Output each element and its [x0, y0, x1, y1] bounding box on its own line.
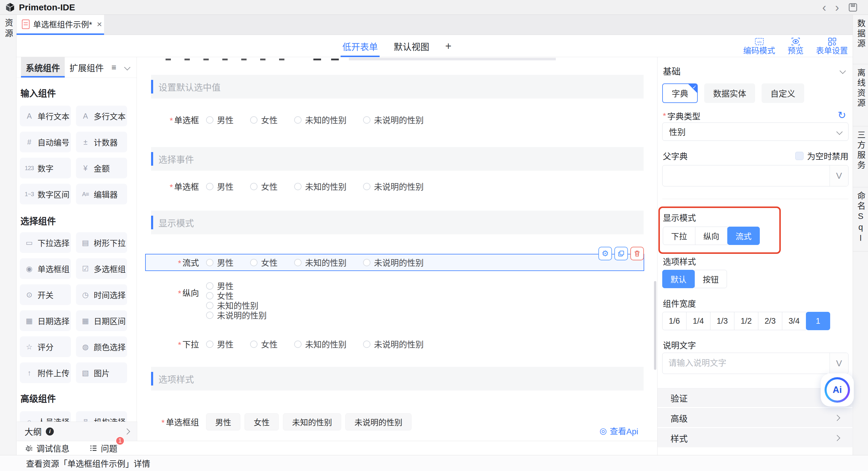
strip-data-source[interactable]: 数据源	[853, 15, 868, 64]
radio-icon[interactable]	[250, 341, 257, 348]
close-tab-icon[interactable]: ×	[97, 19, 102, 29]
section-style[interactable]: 样式	[657, 429, 852, 447]
parent-dict-suffix-button[interactable]: V	[830, 166, 848, 186]
row-copy-button[interactable]	[614, 247, 628, 260]
row-settings-button[interactable]: ⚙	[598, 247, 612, 260]
nav-back-icon[interactable]: ‹	[822, 1, 826, 13]
radio-option[interactable]: 女性	[250, 114, 278, 126]
width-1-6[interactable]: 1/6	[662, 312, 686, 330]
display-mode-flow[interactable]: 流式	[727, 227, 760, 245]
option-style-default[interactable]: 默认	[662, 270, 695, 288]
tab-data-entity[interactable]: 数据实体	[704, 83, 755, 103]
row-default-radio[interactable]: *单选框 男性 女性 未知的性别 未说明的性别	[137, 113, 424, 126]
collapse-sidebar-icon[interactable]	[125, 57, 132, 78]
component-image[interactable]: ▧图片	[76, 362, 127, 383]
component-rate[interactable]: ☆评分	[20, 336, 71, 357]
option-button[interactable]: 女性	[245, 413, 279, 431]
add-view-button[interactable]: +	[445, 35, 452, 57]
row-delete-button[interactable]	[630, 247, 644, 260]
radio-option[interactable]: 男性	[206, 338, 234, 350]
section-advanced[interactable]: 高级	[657, 408, 852, 427]
tab-dictionary[interactable]: 字典 ✓	[662, 83, 698, 103]
radio-icon[interactable]	[206, 282, 213, 290]
option-button[interactable]: 未说明的性别	[345, 413, 411, 431]
component-editor[interactable]: A≡编辑器	[76, 184, 127, 204]
radio-option[interactable]: 未说明的性别	[363, 114, 424, 126]
width-1-2[interactable]: 1/2	[734, 312, 758, 330]
outline-expand-icon[interactable]	[124, 428, 130, 434]
component-switch[interactable]: ⊙开关	[20, 284, 71, 305]
row-vertical-radio[interactable]: *纵向 男性 女性 未知的性别 未说明的性别	[137, 282, 267, 319]
row-event-radio[interactable]: *单选框 男性 女性 未知的性别 未说明的性别	[137, 180, 424, 193]
tab-default-view[interactable]: 默认视图	[394, 35, 429, 57]
component-select[interactable]: ▭下拉选择	[20, 232, 71, 253]
component-tree-select[interactable]: ▤树形下拉	[76, 232, 127, 253]
checkbox-icon[interactable]	[795, 152, 804, 160]
radio-icon[interactable]	[294, 341, 302, 348]
strip-named-sql[interactable]: 命名Sql	[853, 187, 868, 252]
refresh-icon[interactable]	[838, 110, 846, 120]
radio-icon[interactable]	[206, 292, 213, 299]
radio-option[interactable]: 未说明的性别	[363, 257, 424, 268]
component-single-text[interactable]: A单行文本	[20, 106, 71, 126]
component-currency[interactable]: ¥金额	[76, 158, 127, 178]
radio-option[interactable]: 未说明的性别	[363, 338, 424, 350]
problems-button[interactable]: 问题 1	[89, 442, 117, 454]
component-person-select[interactable]: ○人员选择	[20, 411, 71, 421]
component-checkbox-group[interactable]: ☑多选框组	[76, 258, 127, 279]
radio-option[interactable]: 女性	[250, 180, 278, 192]
radio-option[interactable]: 未知的性别	[206, 301, 267, 309]
radio-icon[interactable]	[206, 259, 213, 266]
width-3-4[interactable]: 3/4	[782, 312, 806, 330]
row-flow-radio[interactable]: *流式 男性 女性 未知的性别 未说明的性别	[137, 256, 424, 269]
help-text-field[interactable]	[662, 353, 830, 374]
radio-icon[interactable]	[294, 183, 302, 190]
radio-option[interactable]: 未说明的性别	[363, 180, 424, 192]
radio-icon[interactable]	[363, 116, 370, 124]
display-mode-dropdown[interactable]: 下拉	[663, 227, 695, 245]
collapse-base-icon[interactable]	[840, 67, 846, 74]
radio-icon[interactable]	[250, 183, 257, 190]
component-number-range[interactable]: 1~3数字区间	[20, 184, 71, 204]
width-full[interactable]: 1	[806, 312, 830, 330]
radio-option[interactable]: 未知的性别	[294, 114, 346, 126]
component-color-picker[interactable]: ◍颜色选择	[76, 336, 127, 357]
component-upload[interactable]: ↑附件上传	[20, 362, 71, 383]
option-button[interactable]: 未知的性别	[283, 413, 341, 431]
option-button[interactable]: 男性	[206, 413, 240, 431]
code-mode-button[interactable]: </> 编码模式	[743, 37, 775, 56]
document-tab[interactable]: 单选框组件示例* ×	[17, 15, 104, 33]
radio-option[interactable]: 未知的性别	[294, 338, 346, 350]
radio-option[interactable]: 女性	[250, 338, 278, 350]
component-date-picker[interactable]: ▦日期选择	[20, 311, 71, 331]
canvas-scrollbar[interactable]	[654, 281, 656, 370]
radio-option[interactable]: 女性	[250, 257, 278, 268]
component-counter[interactable]: ±计数器	[76, 131, 127, 152]
radio-option[interactable]: 未知的性别	[294, 257, 346, 268]
display-mode-vertical[interactable]: 纵向	[695, 227, 727, 245]
radio-icon[interactable]	[206, 341, 213, 348]
tab-custom[interactable]: 自定义	[762, 83, 804, 103]
component-auto-number[interactable]: #自动编号	[20, 131, 71, 152]
section-base-header[interactable]: 基础	[663, 62, 845, 79]
help-text-suffix-button[interactable]: V	[830, 353, 848, 374]
tab-system-components[interactable]: 系统组件	[21, 57, 65, 78]
radio-option[interactable]: 男性	[206, 180, 234, 192]
radio-icon[interactable]	[206, 302, 213, 309]
resource-strip[interactable]: 资源	[0, 15, 17, 455]
tab-extension-components[interactable]: 扩展组件	[65, 57, 108, 78]
radio-icon[interactable]	[363, 341, 370, 348]
radio-option[interactable]: 男性	[206, 257, 234, 268]
tab-low-code-form[interactable]: 低开表单	[342, 35, 378, 57]
ai-assistant-button[interactable]: Ai	[821, 373, 854, 407]
strip-third-party-service[interactable]: 三方服务	[853, 126, 868, 187]
radio-icon[interactable]	[206, 116, 213, 124]
strip-offline-resource[interactable]: 离线资源	[853, 64, 868, 126]
preview-button[interactable]: 预览	[787, 37, 804, 56]
radio-icon[interactable]	[294, 116, 302, 124]
width-1-3[interactable]: 1/3	[710, 312, 734, 330]
component-number[interactable]: 123数字	[20, 158, 71, 178]
row-button-group[interactable]: *单选框组 男性 女性 未知的性别 未说明的性别	[137, 413, 411, 431]
radio-icon[interactable]	[250, 116, 257, 124]
form-canvas[interactable]: 设置默认选中值 *单选框 男性 女性 未知的性别 未说明的性别 选择事件 *单选…	[137, 57, 657, 441]
